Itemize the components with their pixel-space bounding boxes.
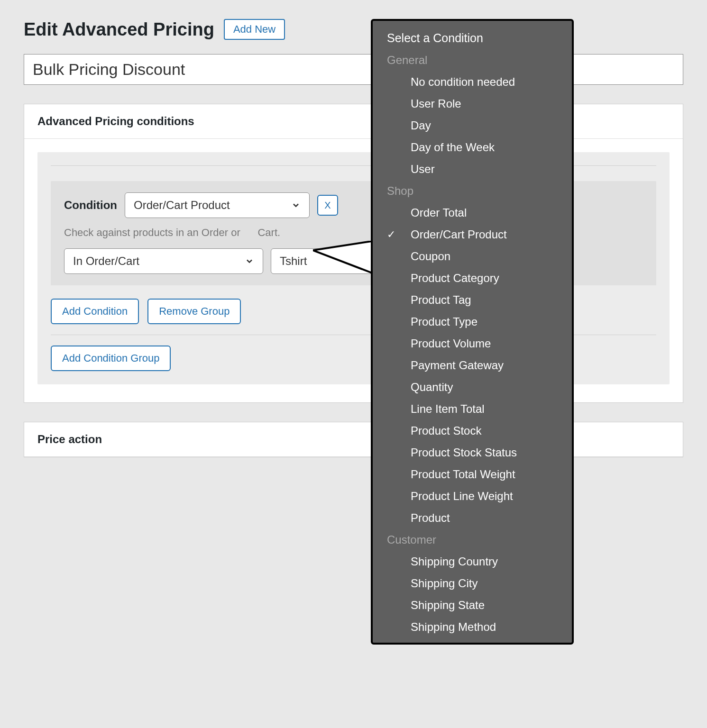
dropdown-item[interactable]: Product Stock Status	[373, 442, 572, 464]
add-condition-button[interactable]: Add Condition	[51, 299, 139, 324]
dropdown-item[interactable]: Product	[373, 507, 572, 529]
chevron-down-icon	[291, 200, 301, 210]
check-icon: ✓	[387, 228, 395, 241]
dropdown-item[interactable]: Order Total	[373, 202, 572, 224]
dropdown-item[interactable]: Shipping City	[373, 573, 572, 594]
condition-select-value: Order/Cart Product	[134, 199, 230, 212]
page-title: Edit Advanced Pricing	[24, 19, 214, 40]
dropdown-group-label: Customer	[373, 529, 572, 551]
dropdown-item[interactable]: Order/Cart Product✓	[373, 224, 572, 246]
dropdown-item[interactable]: Day of the Week	[373, 136, 572, 158]
add-new-button[interactable]: Add New	[224, 19, 285, 40]
condition-label: Condition	[64, 199, 117, 212]
add-condition-group-button[interactable]: Add Condition Group	[51, 346, 171, 371]
price-action-title: Price action	[24, 422, 683, 457]
dropdown-item[interactable]: No condition needed	[373, 71, 572, 93]
dropdown-item[interactable]: Product Category	[373, 267, 572, 289]
remove-condition-button[interactable]: X	[317, 195, 338, 216]
conditions-panel: Advanced Pricing conditions Condition Or…	[24, 104, 683, 403]
dropdown-item[interactable]: User	[373, 158, 572, 180]
operator-select[interactable]: In Order/Cart	[64, 248, 263, 274]
dropdown-item[interactable]: Product Total Weight	[373, 464, 572, 485]
dropdown-group-label: General	[373, 49, 572, 71]
dropdown-title: Select a Condition	[373, 21, 572, 49]
dropdown-item[interactable]: Day	[373, 115, 572, 136]
conditions-panel-title: Advanced Pricing conditions	[24, 104, 683, 139]
dropdown-item[interactable]: Shipping State	[373, 594, 572, 616]
condition-dropdown-popover: Select a Condition GeneralNo condition n…	[371, 19, 574, 645]
chevron-down-icon	[245, 256, 254, 266]
dropdown-item[interactable]: Shipping Method	[373, 616, 572, 638]
dropdown-item[interactable]: Payment Gateway	[373, 355, 572, 376]
dropdown-item[interactable]: Product Volume	[373, 333, 572, 355]
dropdown-item[interactable]: Quantity	[373, 376, 572, 398]
condition-group: Condition Order/Cart Product X Check aga…	[37, 152, 670, 384]
conditions-panel-body: Condition Order/Cart Product X Check aga…	[24, 139, 683, 402]
dropdown-item[interactable]: User Role	[373, 93, 572, 115]
dropdown-item[interactable]: Product Line Weight	[373, 485, 572, 507]
operator-select-value: In Order/Cart	[73, 255, 139, 268]
dropdown-item[interactable]: Coupon	[373, 246, 572, 267]
dropdown-item[interactable]: Line Item Total	[373, 398, 572, 420]
price-action-panel: Price action	[24, 422, 683, 457]
rule-title-input[interactable]	[24, 54, 683, 85]
dropdown-group-label: Shop	[373, 180, 572, 202]
page-header: Edit Advanced Pricing Add New	[24, 19, 683, 40]
remove-group-button[interactable]: Remove Group	[147, 299, 241, 324]
dropdown-list-container: GeneralNo condition neededUser RoleDayDa…	[373, 49, 572, 638]
dropdown-item[interactable]: Product Tag	[373, 289, 572, 311]
dropdown-item[interactable]: Product Type	[373, 311, 572, 333]
dropdown-item[interactable]: Product Stock	[373, 420, 572, 442]
dropdown-item[interactable]: Shipping Country	[373, 551, 572, 573]
condition-select[interactable]: Order/Cart Product	[125, 192, 310, 218]
